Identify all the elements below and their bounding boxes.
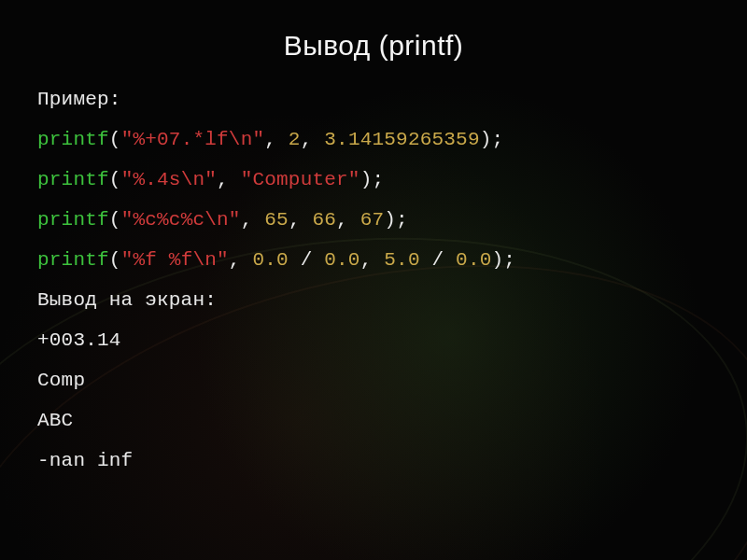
operator-div: /	[420, 249, 456, 271]
output-line-2: Comp	[37, 371, 710, 390]
code-line-4: printf("%f %f\n", 0.0 / 0.0, 5.0 / 0.0);	[37, 250, 710, 270]
separator: ,	[217, 169, 241, 190]
arg-number: 66	[312, 209, 336, 231]
arg-number: 0.0	[252, 249, 288, 271]
arg-string: "Computer"	[241, 169, 360, 190]
format-string: "%f %f\n"	[121, 249, 229, 271]
separator: ,	[289, 209, 313, 231]
fn-printf: printf	[37, 129, 109, 150]
code-line-1: printf("%+07.*lf\n", 2, 3.14159265359);	[37, 130, 710, 149]
separator: ,	[264, 129, 289, 150]
format-string: "%.4s\n"	[121, 169, 217, 190]
example-label: Пример:	[37, 90, 710, 109]
operator-div: /	[289, 249, 324, 271]
paren-close: );	[492, 249, 516, 271]
paren-open: (	[109, 209, 121, 231]
paren-close: );	[360, 169, 385, 190]
format-string: "%c%c%c\n"	[121, 209, 241, 231]
output-line-1: +003.14	[37, 330, 710, 350]
code-line-3: printf("%c%c%c\n", 65, 66, 67);	[37, 210, 710, 230]
arg-number: 0.0	[456, 249, 491, 271]
slide-title: Вывод (printf)	[0, 0, 747, 90]
arg-number: 65	[264, 209, 289, 231]
code-line-2: printf("%.4s\n", "Computer");	[37, 170, 710, 189]
output-label: Вывод на экран:	[37, 290, 710, 310]
fn-printf: printf	[37, 209, 109, 231]
paren-close: );	[480, 129, 504, 150]
output-line-4: -nan inf	[37, 451, 710, 470]
paren-close: );	[384, 209, 408, 231]
fn-printf: printf	[37, 169, 109, 190]
slide: Вывод (printf) Пример: printf("%+07.*lf\…	[0, 0, 747, 560]
paren-open: (	[109, 129, 121, 150]
format-string: "%+07.*lf\n"	[121, 129, 265, 150]
arg-number: 67	[360, 209, 385, 231]
output-line-3: ABC	[37, 411, 710, 430]
separator: ,	[336, 209, 360, 231]
slide-content: Пример: printf("%+07.*lf\n", 2, 3.141592…	[0, 90, 747, 470]
arg-number: 0.0	[324, 249, 359, 271]
paren-open: (	[109, 169, 121, 190]
separator: ,	[360, 249, 385, 271]
arg-number: 3.14159265359	[324, 129, 479, 150]
separator: ,	[229, 249, 253, 271]
separator: ,	[301, 129, 325, 150]
fn-printf: printf	[37, 249, 109, 271]
arg-number: 2	[289, 129, 301, 150]
paren-open: (	[109, 249, 121, 271]
separator: ,	[241, 209, 265, 231]
arg-number: 5.0	[384, 249, 419, 271]
